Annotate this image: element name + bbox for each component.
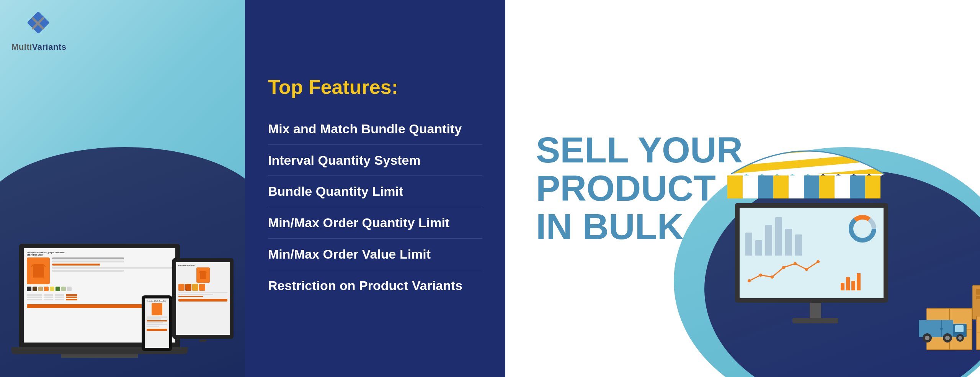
- bar-3: [765, 225, 772, 256]
- phone-shirt: [152, 303, 162, 315]
- svg-rect-18: [955, 325, 964, 332]
- small-bar-chart: [841, 273, 861, 290]
- monitor-stand-neck: [810, 303, 821, 318]
- svg-point-7: [771, 275, 774, 279]
- logo-icon: [24, 11, 53, 40]
- tablet-button: [199, 339, 207, 342]
- screen-row-2: [52, 261, 124, 262]
- table-cell-price: [66, 294, 77, 296]
- stripe-white-3: [835, 175, 850, 198]
- stripe-blue-2: [804, 175, 819, 198]
- svg-point-5: [748, 279, 751, 282]
- shirt-s3: [192, 284, 198, 291]
- svg-rect-26: [940, 328, 943, 329]
- table-cell-9: [55, 299, 64, 300]
- small-bar-4: [857, 273, 861, 290]
- box-medium: [976, 316, 980, 350]
- feature-item-mix-match: Mix and Match Bundle Quantity: [268, 113, 482, 145]
- screen-tshirt: [27, 257, 50, 284]
- middle-section: Top Features: Mix and Match Bundle Quant…: [245, 0, 505, 377]
- screen-row-1: [52, 257, 124, 259]
- small-bar-3: [851, 281, 855, 290]
- svg-point-15: [855, 221, 870, 236]
- tape-h2: [977, 333, 980, 333]
- swatch-brown: [33, 287, 37, 291]
- table-cell-2: [44, 294, 53, 296]
- tablet-shirt: [196, 267, 210, 283]
- line-chart-svg: [745, 256, 822, 287]
- screen-row-price: [52, 264, 100, 266]
- monitor-device: [735, 203, 896, 323]
- phone-row-4: [147, 324, 167, 325]
- monitor-screen: [735, 203, 888, 303]
- laptop-stand: [61, 354, 138, 358]
- tablet-row-2: [178, 294, 213, 295]
- bar-4: [775, 217, 782, 256]
- phone-price: [147, 320, 167, 321]
- tablet-shirt-shape: [199, 271, 207, 279]
- logo-text-part1: Multi: [11, 42, 32, 52]
- table-cell-4: [27, 297, 42, 298]
- phone-btn: [147, 329, 167, 331]
- feature-item-restriction: Restriction on Product Variants: [268, 270, 482, 301]
- phone-button: [154, 352, 160, 353]
- swatch-orange: [44, 287, 49, 291]
- phone-row-3: [147, 322, 163, 323]
- svg-point-22: [945, 336, 950, 340]
- swatch-tan: [38, 287, 43, 291]
- hero-title: SELL YOUR PRODUCT IN BULK: [536, 131, 746, 246]
- feature-item-bundle-limit: Bundle Quantity Limit: [268, 176, 482, 207]
- tablet-header: Per Option Restriction: [178, 264, 227, 266]
- table-cell-3: [55, 294, 64, 296]
- donut-chart-svg: [847, 213, 878, 244]
- phone-header: Restriction || Style: Select/List: [147, 300, 167, 302]
- stripe-yellow-3: [819, 175, 835, 198]
- swatch-black: [27, 287, 31, 291]
- small-bar-1: [841, 283, 844, 290]
- box-label-1: [976, 289, 980, 295]
- monitor-stand-base: [792, 318, 838, 323]
- swatch-yellow: [50, 287, 54, 291]
- tablet-btn: [178, 299, 227, 302]
- stripe-blue-3: [850, 175, 865, 198]
- hero-line2: IN BULK: [536, 208, 746, 246]
- logo-area: MultiVariants: [11, 11, 66, 52]
- stripe-yellow-2: [773, 175, 789, 198]
- shirt-s4: [199, 284, 205, 291]
- tshirt-shape: [31, 264, 46, 278]
- bar-5: [785, 229, 792, 256]
- right-section: SELL YOUR PRODUCT IN BULK: [505, 0, 980, 377]
- tablet-row-1: [178, 292, 227, 293]
- swatch-lightgreen: [61, 287, 66, 291]
- tablet-content: Per Option Restriction: [176, 262, 230, 335]
- table-cell-price-3: [66, 299, 77, 300]
- svg-point-11: [817, 260, 820, 263]
- screen-details: [52, 257, 172, 284]
- delivery-truck: [919, 312, 969, 344]
- shirt-swatches: [27, 287, 172, 291]
- bar-6: [795, 234, 802, 256]
- monitor-content: [740, 208, 884, 298]
- shirt-s2: [185, 284, 191, 291]
- canopy-stripes: [727, 175, 880, 198]
- logo-text: MultiVariants: [11, 42, 66, 52]
- tablet-screen: Per Option Restriction: [172, 258, 234, 339]
- logo-text-part2: Variants: [32, 42, 67, 52]
- table-cell-8: [44, 299, 53, 300]
- stripe-yellow-4: [865, 175, 880, 198]
- stripe-white-2: [789, 175, 804, 198]
- phone-device: Restriction || Style: Select/List: [138, 295, 176, 354]
- table-cell-5: [44, 297, 53, 298]
- box-back-right: [972, 285, 980, 320]
- svg-point-20: [925, 336, 929, 340]
- phone-row-2: [147, 318, 161, 320]
- phone-content: Restriction || Style: Select/List: [145, 298, 169, 348]
- phone-screen: Restriction || Style: Select/List: [142, 295, 172, 351]
- swatch-gray: [67, 287, 72, 291]
- screen-product: [27, 257, 172, 284]
- devices-container: Per Option Restriction || Style: Select/…: [4, 97, 241, 366]
- hero-line1: SELL YOUR PRODUCT: [536, 131, 746, 208]
- table-cell-1: [27, 294, 42, 296]
- stripe-blue-1: [758, 175, 773, 198]
- bar-2: [755, 240, 762, 256]
